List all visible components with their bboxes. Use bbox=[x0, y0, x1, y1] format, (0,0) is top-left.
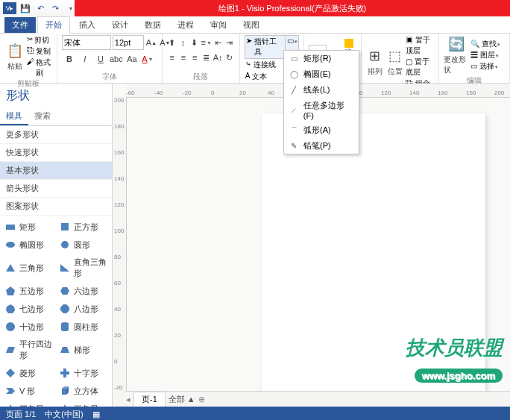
shape-item[interactable]: 平行四边形 bbox=[1, 336, 56, 363]
shape-preview-icon bbox=[59, 344, 71, 356]
status-lang[interactable]: 中文(中国) bbox=[45, 409, 83, 420]
stencil-section[interactable]: 箭头形状 bbox=[0, 180, 112, 198]
charsize-button[interactable]: Aa bbox=[125, 51, 139, 66]
add-page-icon[interactable]: ⊕ bbox=[198, 395, 205, 404]
shape-item[interactable]: 八边形 bbox=[56, 301, 110, 317]
font-color-button[interactable]: A▼ bbox=[140, 51, 155, 66]
draw-menu-item[interactable]: ⌒弧形(A) bbox=[284, 122, 359, 138]
bring-front-button[interactable]: ▣ 置于顶层 bbox=[406, 35, 434, 56]
shape-item[interactable]: 十字形 bbox=[56, 365, 110, 381]
bold-button[interactable]: B bbox=[62, 51, 77, 66]
change-shape-button[interactable]: 🔄更改形状 bbox=[444, 35, 469, 75]
shape-item[interactable]: 七边形 bbox=[1, 301, 56, 317]
svg-marker-4 bbox=[6, 264, 15, 272]
shape-item[interactable]: 五角星 bbox=[56, 401, 110, 407]
svg-marker-6 bbox=[6, 286, 15, 295]
stencil-section[interactable]: 基本形状 bbox=[0, 162, 112, 180]
shape-item[interactable]: 矩形 bbox=[1, 219, 56, 235]
copy-button[interactable]: ⿻复制 bbox=[27, 46, 52, 57]
shape-item[interactable]: 十边形 bbox=[1, 319, 56, 335]
window-title: 绘图1 - Visio Professional(产品激活失败) bbox=[75, 0, 510, 16]
align-bottom-button[interactable]: ⬇ bbox=[189, 35, 200, 50]
stencil-section[interactable]: 图案形状 bbox=[0, 198, 112, 216]
shape-item[interactable]: 梯形 bbox=[56, 336, 110, 363]
grow-font-button[interactable]: A▲ bbox=[145, 35, 157, 50]
find-button[interactable]: 🔍 查找▾ bbox=[470, 39, 500, 49]
arrange-button[interactable]: ⊞排列 bbox=[366, 47, 385, 77]
align-top-button[interactable]: ⬆ bbox=[167, 35, 177, 50]
page-all-button[interactable]: 全部 ▲ bbox=[169, 394, 195, 405]
indent-inc-button[interactable]: ⇥ bbox=[224, 35, 235, 50]
shape-item[interactable]: 三角形 bbox=[1, 254, 56, 281]
svg-marker-14 bbox=[6, 347, 15, 353]
send-back-button[interactable]: ▢ 置于底层 bbox=[406, 57, 434, 78]
font-family-combo[interactable] bbox=[62, 35, 111, 50]
indent-dec-button[interactable]: ⇤ bbox=[213, 35, 224, 50]
text-dir-button[interactable]: A↕ bbox=[212, 50, 224, 65]
tab-insert[interactable]: 插入 bbox=[72, 17, 103, 33]
underline-button[interactable]: U bbox=[93, 51, 108, 66]
save-icon[interactable]: 💾 bbox=[19, 2, 31, 14]
paste-button[interactable]: 📋 粘贴 bbox=[4, 42, 25, 72]
shape-item[interactable]: 椭圆形 bbox=[1, 236, 56, 253]
align-right-button[interactable]: ≡ bbox=[189, 50, 200, 65]
rotate-text-button[interactable]: ↻ bbox=[224, 50, 235, 65]
shapes-title: 形状 bbox=[0, 84, 112, 108]
select-button[interactable]: ▭ 选择▾ bbox=[470, 61, 500, 72]
tab-review[interactable]: 审阅 bbox=[203, 17, 234, 33]
layer-button[interactable]: ☰ 图层▾ bbox=[470, 50, 500, 60]
bullets-button[interactable]: ≡▼ bbox=[200, 35, 212, 50]
shape-item[interactable]: 圆柱形 bbox=[56, 319, 110, 335]
macro-icon[interactable]: ▦ bbox=[92, 410, 100, 419]
shape-item[interactable]: 直角三角形 bbox=[56, 254, 110, 281]
tab-process[interactable]: 进程 bbox=[170, 17, 201, 33]
stencil-section[interactable]: 快速形状 bbox=[0, 144, 112, 162]
shape-item[interactable]: 四角星 bbox=[1, 401, 56, 407]
undo-icon[interactable]: ↶ bbox=[34, 2, 46, 14]
svg-marker-19 bbox=[62, 389, 66, 395]
position-button[interactable]: ⬚位置 bbox=[385, 47, 404, 77]
justify-button[interactable]: ≣ bbox=[201, 50, 211, 65]
tab-data[interactable]: 数据 bbox=[137, 17, 169, 33]
shape-item[interactable]: 正方形 bbox=[56, 219, 110, 235]
shape-item[interactable]: 五边形 bbox=[1, 283, 56, 299]
redo-icon[interactable]: ↷ bbox=[49, 2, 61, 14]
shapes-pane: 形状 模具 搜索 更多形状快速形状基本形状箭头形状图案形状 矩形正方形椭圆形圆形… bbox=[0, 84, 113, 407]
page-nav-prev[interactable]: ◂ bbox=[126, 395, 130, 404]
shape-item[interactable]: 圆形 bbox=[56, 236, 110, 253]
tab-view[interactable]: 视图 bbox=[236, 17, 267, 33]
tab-file[interactable]: 文件 bbox=[4, 17, 36, 33]
draw-menu-item[interactable]: ⟋任意多边形(F) bbox=[284, 98, 359, 122]
svg-point-2 bbox=[6, 242, 15, 248]
draw-menu-item[interactable]: ✎铅笔(P) bbox=[284, 138, 359, 154]
stencil-section[interactable]: 更多形状 bbox=[0, 126, 112, 144]
strike-button[interactable]: abc bbox=[109, 51, 124, 66]
qat-custom-icon[interactable]: ▼ bbox=[65, 2, 77, 14]
align-middle-button[interactable]: ↕ bbox=[178, 35, 189, 50]
text-icon: A bbox=[245, 72, 251, 82]
stencil-tab[interactable]: 模具 bbox=[0, 108, 28, 125]
draw-menu-item[interactable]: ╱线条(L) bbox=[284, 82, 359, 98]
clipboard-icon: 📋 bbox=[6, 42, 24, 60]
svg-marker-15 bbox=[60, 347, 69, 353]
shape-item[interactable]: 立方体 bbox=[56, 383, 110, 399]
shape-item[interactable]: V 形 bbox=[1, 383, 56, 399]
page-tab-1[interactable]: 页-1 bbox=[133, 392, 166, 407]
shape-item[interactable]: 菱形 bbox=[1, 365, 56, 381]
svg-marker-18 bbox=[6, 388, 15, 394]
shape-preview-icon bbox=[59, 403, 71, 407]
cut-button[interactable]: ✂剪切 bbox=[27, 35, 52, 46]
draw-menu-item[interactable]: ◯椭圆(E) bbox=[284, 66, 359, 82]
tab-home[interactable]: 开始 bbox=[37, 16, 70, 34]
shape-preview-icon bbox=[4, 285, 16, 297]
align-left-button[interactable]: ≡ bbox=[167, 50, 177, 65]
shape-item[interactable]: 六边形 bbox=[56, 283, 110, 299]
status-page[interactable]: 页面 1/1 bbox=[6, 409, 36, 420]
search-tab[interactable]: 搜索 bbox=[28, 108, 57, 125]
tab-design[interactable]: 设计 bbox=[104, 17, 136, 33]
font-size-combo[interactable] bbox=[113, 35, 144, 50]
align-center-button[interactable]: ≡ bbox=[178, 50, 189, 65]
italic-button[interactable]: I bbox=[78, 51, 92, 66]
draw-menu-item[interactable]: ▭矩形(R) bbox=[284, 51, 359, 66]
format-painter-button[interactable]: 🖌格式刷 bbox=[27, 57, 52, 78]
